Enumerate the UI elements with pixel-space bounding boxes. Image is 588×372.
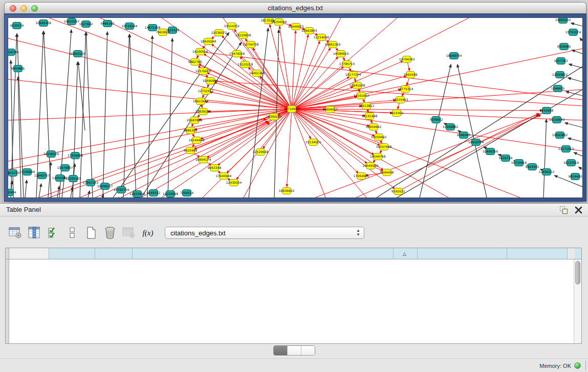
graph-node[interactable]: 9824450 [569, 173, 582, 180]
graph-node[interactable]: 20687889 [187, 117, 203, 124]
graph-node[interactable]: 12754708 [243, 41, 259, 48]
table-row[interactable] [6, 293, 581, 301]
graph-node[interactable]: 9454866 [11, 65, 25, 72]
graph-node[interactable]: 12752512 [198, 88, 214, 95]
table-vertical-scrollbar[interactable] [574, 259, 581, 343]
graph-node[interactable]: 17645944 [216, 173, 232, 180]
graph-node[interactable]: 14584920 [333, 51, 349, 57]
select-all-icon[interactable] [46, 226, 60, 240]
delete-column-icon[interactable] [103, 226, 117, 240]
graph-node[interactable]: 12220838 [235, 32, 251, 39]
graph-node[interactable]: 8100904 [8, 189, 16, 196]
graph-node[interactable]: 16177274 [345, 72, 361, 78]
graph-node[interactable]: 10958107 [97, 183, 113, 190]
tab-edge-table[interactable] [288, 346, 301, 355]
graph-node[interactable]: 12923448 [129, 191, 145, 198]
graph-node[interactable]: 15524301 [224, 23, 240, 30]
graph-node[interactable]: 12529648 [253, 149, 269, 156]
graph-node[interactable]: 1527602 [79, 21, 93, 28]
graph-node[interactable]: 12439304 [226, 180, 242, 186]
graph-node[interactable]: 9346940 [457, 132, 471, 139]
graph-node[interactable]: 12161612 [354, 93, 369, 99]
graph-node[interactable]: 22036572 [211, 30, 227, 36]
graph-node[interactable]: 9329966 [557, 43, 571, 50]
graph-node[interactable]: 15860250 [555, 18, 571, 24]
column-header-name[interactable] [9, 248, 49, 259]
network-canvas[interactable]: 4035574 20691406 10653287 1527602 646616… [8, 18, 582, 198]
graph-node[interactable]: 3915710 [8, 170, 20, 177]
tab-network-table[interactable] [301, 346, 315, 355]
table-row[interactable] [6, 268, 581, 276]
new-column-icon[interactable] [84, 226, 98, 240]
close-window-button[interactable] [10, 5, 16, 12]
graph-node[interactable]: 20206576 [43, 151, 59, 158]
graph-node[interactable]: 10653287 [64, 18, 80, 25]
tab-node-table[interactable] [274, 346, 288, 355]
table-row[interactable] [6, 285, 581, 293]
graph-node[interactable]: 10975887 [57, 165, 73, 171]
memory-status-indicator[interactable] [574, 362, 581, 369]
column-header-short[interactable] [418, 248, 507, 259]
column-header-year[interactable] [95, 248, 133, 259]
graph-node[interactable]: 16782759 [114, 187, 129, 193]
column-header-title[interactable] [133, 248, 394, 259]
graph-node[interactable]: 9953348 [208, 165, 222, 171]
window-title-bar[interactable]: citations_edges.txt [4, 2, 586, 14]
graph-node[interactable]: 9415402 [390, 110, 404, 117]
column-header-out_degree[interactable]: △ [394, 248, 418, 259]
graph-node[interactable]: 12505185 [66, 176, 81, 182]
graph-node[interactable]: 12450122 [539, 169, 555, 176]
graph-node[interactable]: 16057448 [376, 144, 392, 150]
graph-node[interactable]: 9619714 [499, 155, 513, 162]
table-row[interactable] [6, 335, 581, 343]
graph-node[interactable]: 9525968 [184, 147, 198, 154]
function-builder-icon[interactable]: f(x) [141, 226, 155, 240]
table-row[interactable] [6, 259, 581, 268]
graph-node[interactable]: 10490356 [483, 148, 498, 155]
graph-node[interactable]: 18049748 [370, 154, 386, 160]
graph-node[interactable]: 11156689 [19, 169, 35, 176]
graph-node[interactable]: 16244418 [189, 137, 205, 144]
graph-node[interactable]: 18954992 [366, 124, 382, 130]
graph-node[interactable]: 16710416 [511, 160, 527, 166]
graph-node[interactable]: 4035574 [10, 23, 24, 29]
graph-node[interactable]: 10719184 [122, 23, 138, 30]
graph-node[interactable]: 16919784 [468, 139, 484, 146]
graph-node[interactable]: 9227343 [554, 58, 568, 64]
graph-node[interactable]: 10641038 [350, 82, 365, 89]
graph-node[interactable]: 17359928 [68, 152, 83, 159]
column-header-in_degree[interactable] [49, 248, 95, 259]
graph-node[interactable]: 10590994 [203, 78, 219, 84]
table-row[interactable] [6, 318, 581, 326]
graph-node[interactable]: 16203998 [163, 191, 179, 198]
graph-node[interactable]: 16648784 [446, 53, 462, 59]
graph-node[interactable]: 7254524 [180, 190, 194, 196]
graph-node[interactable]: 15134565 [306, 139, 321, 146]
graph-node[interactable]: 12942757 [34, 172, 50, 179]
graph-node[interactable]: 15059492 [371, 134, 387, 141]
graph-node[interactable]: 15474006 [229, 51, 245, 57]
graph-node[interactable]: 9245012 [147, 190, 161, 196]
graph-node[interactable]: 15151498 [362, 113, 378, 120]
graph-node[interactable]: 11026780 [8, 49, 18, 56]
graph-node[interactable]: 8924501 [526, 164, 539, 170]
graph-node[interactable]: 18426548 [201, 38, 216, 45]
graph-node[interactable]: 10369882 [443, 124, 459, 130]
graph-node[interactable]: 16836652 [279, 188, 295, 194]
graph-node[interactable]: 14200504 [192, 49, 208, 55]
graph-node[interactable]: 12271013 [558, 146, 574, 152]
graph-node[interactable]: 20653109 [70, 51, 86, 57]
table-selector-dropdown[interactable]: citations_edges.txt ▲▼ [165, 227, 364, 239]
graph-node[interactable]: 10839298 [195, 108, 211, 115]
graph-node[interactable]: 10210643 [549, 117, 565, 123]
graph-node[interactable]: 19861369 [325, 41, 341, 48]
scrollbar-thumb[interactable] [575, 261, 580, 285]
graph-node[interactable]: 15751074 [565, 29, 581, 36]
table-row[interactable] [6, 276, 581, 285]
close-panel-icon[interactable] [574, 206, 583, 214]
graph-node[interactable]: 9594458 [380, 169, 394, 176]
graph-node[interactable]: 10961843 [301, 28, 317, 34]
minimize-window-button[interactable] [20, 5, 27, 12]
deselect-all-icon[interactable] [65, 226, 79, 240]
graph-node[interactable]: 7963822 [156, 29, 170, 36]
